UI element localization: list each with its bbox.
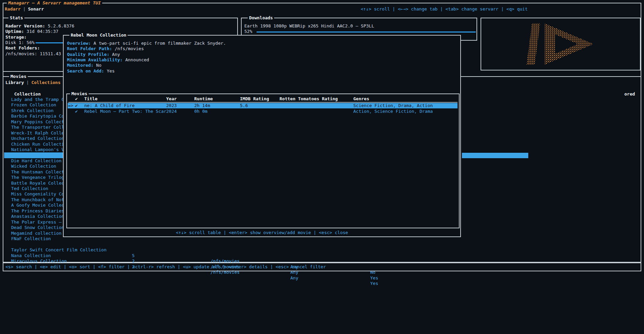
header-check-icon: ✔ bbox=[75, 96, 78, 102]
download-percent-label: 52% bbox=[244, 29, 252, 34]
managarr-screen: Managarr – A Servarr management TUI Rada… bbox=[0, 0, 644, 334]
tab-radarr[interactable]: Radarr bbox=[5, 6, 21, 12]
movies-tab-separator: | bbox=[26, 80, 29, 85]
collection-item[interactable]: The Princess Diaries bbox=[4, 208, 64, 214]
movie-title: Rebel Moon – Part Two: The Scar bbox=[84, 109, 166, 114]
modal-movies-table-title: Movies bbox=[70, 91, 89, 97]
storage-label: Storage: bbox=[5, 35, 27, 40]
collection-row[interactable]: Nana Collection 2 /nfs/movies Any Yes bbox=[3, 248, 19, 253]
collection-item[interactable]: The Polar Express – C bbox=[4, 220, 64, 225]
collection-item[interactable]: The Huntsman Collecti bbox=[4, 169, 64, 175]
collections-list: Lady and the Tramp Co Frozen Collection … bbox=[4, 97, 64, 242]
movies-panel-title: Movies bbox=[9, 74, 28, 79]
collection-item[interactable]: Anastasia Collection bbox=[4, 214, 64, 219]
collection-item[interactable]: Barbie Fairytopia Col bbox=[4, 113, 64, 119]
search-on-add-label: Search on Add: bbox=[67, 68, 104, 74]
collection-item-selected[interactable]: => Rebel Moon Collection bbox=[4, 152, 64, 158]
modal-title: Rebel Moon Collection bbox=[69, 33, 128, 38]
search-on-add-value: Yes bbox=[104, 68, 115, 74]
collection-item[interactable]: The Transporter Colle bbox=[4, 125, 64, 130]
radarr-version-line: Radarr Version: 5.2.6.8376 bbox=[5, 23, 74, 29]
collection-item[interactable]: FNaF Collection bbox=[4, 236, 64, 242]
bottom-help-bar: <s> search | <e> edit | <o> sort | <f> f… bbox=[3, 263, 641, 271]
search-on-add-line: Search on Add: Yes bbox=[67, 68, 115, 74]
movie-runtime: 0h 0m bbox=[194, 109, 207, 114]
root-folder-value: /nfs/movies bbox=[112, 46, 144, 51]
collection-row[interactable]: Taylor Swift Concert Film Collection 5 /… bbox=[3, 242, 19, 247]
header-year: Year bbox=[166, 96, 177, 102]
root-folder-value: /nfs/movies: 11511.43 GB bbox=[5, 51, 69, 57]
header-rt-rating: Rotten Tomatoes Rating bbox=[280, 96, 338, 102]
modal-keybinds: <↑↓> scroll table | <enter> show overvie… bbox=[64, 230, 460, 235]
movie-row[interactable]: ✔ Rebel Moon – Part Two: The Scar 2024 0… bbox=[68, 109, 458, 114]
tab-separator: | bbox=[23, 6, 26, 12]
collection-details-modal: Rebel Moon Collection Overview: A two-pa… bbox=[63, 35, 461, 237]
tab-sonarr[interactable]: Sonarr bbox=[28, 6, 44, 12]
monitored-label: Monitored: bbox=[67, 63, 93, 68]
tab-collections[interactable]: Collections bbox=[31, 80, 61, 85]
collection-item[interactable]: Lady and the Tramp Co bbox=[4, 97, 64, 102]
min-availability-line: Minimum Availability: Announced bbox=[67, 57, 149, 63]
collection-item[interactable]: Wicked Collection bbox=[4, 164, 64, 169]
collection-item[interactable]: Chicken Run Collectio bbox=[4, 142, 64, 147]
collection-item[interactable]: A Goofy Movie Collect bbox=[4, 203, 64, 208]
collection-item[interactable]: The Hunchback of Notr bbox=[4, 197, 64, 203]
collection-item[interactable]: Frozen Collection bbox=[4, 102, 64, 108]
header-divider bbox=[68, 102, 458, 103]
bottom-keybinds: <s> search | <e> edit | <o> sort | <f> f… bbox=[5, 264, 326, 270]
cell-collection: Taylor Swift Concert Film Collection bbox=[11, 247, 107, 253]
quality-profile-line: Quality Profile: Any bbox=[67, 52, 120, 57]
movie-runtime: 2h 14m bbox=[194, 103, 210, 108]
min-availability-value: Announced bbox=[123, 57, 149, 62]
quality-profile-value: Any bbox=[109, 52, 120, 57]
servarr-tabs: Radarr | Sonarr bbox=[5, 6, 44, 12]
uptime-line: Uptime: 31d 04:35:37 bbox=[5, 29, 59, 34]
overview-line: Overview: A two-part sci-fi epic from fi… bbox=[67, 41, 226, 46]
top-keybinds: <↑↓> scroll | <←→> change tab | <tab> ch… bbox=[361, 6, 528, 12]
movie-genres: Action, Science Fiction, Drama bbox=[353, 109, 433, 114]
collection-item[interactable]: National Lampoon's Va bbox=[4, 147, 64, 152]
monitored-line: Monitored: No bbox=[67, 63, 102, 68]
column-header-collection: Collection bbox=[14, 91, 41, 97]
download-item-name: Earth 1998 1080p WEBRip x265 Hindi AAC2.… bbox=[244, 23, 374, 29]
movie-title: ne: A Child of Fire bbox=[84, 103, 135, 108]
header-runtime: Runtime bbox=[194, 96, 213, 102]
collection-item[interactable]: Wreck-It Ralph Collec bbox=[4, 130, 64, 136]
disk-usage-label: Disk 1: 56% bbox=[5, 40, 35, 45]
download-progress-gauge bbox=[257, 32, 476, 33]
overview-value: A two-part sci-fi epic from filmmaker Za… bbox=[91, 41, 226, 46]
movie-genres: Science Fiction, Drama, Action bbox=[353, 103, 433, 108]
collection-item[interactable]: Mary Poppins Collecti bbox=[4, 119, 64, 125]
tab-library[interactable]: Library bbox=[5, 80, 24, 85]
collection-item[interactable]: Miss Congeniality Col bbox=[4, 191, 64, 197]
collection-item[interactable]: Ted Collection bbox=[4, 186, 64, 191]
overview-label: Overview: bbox=[67, 41, 91, 46]
cell-monitored: Yes bbox=[370, 275, 378, 281]
uptime-label: Uptime: bbox=[5, 29, 24, 34]
collection-item[interactable]: The Vengeance Trilogy bbox=[4, 175, 64, 180]
selection-marker: => bbox=[68, 103, 73, 108]
downloads-panel-title: Downloads bbox=[248, 15, 274, 21]
logo-panel bbox=[481, 18, 641, 70]
header-title: Title bbox=[84, 96, 97, 102]
cell-quality-profile: Any bbox=[290, 275, 298, 281]
collection-row[interactable]: Miraculous Collection 2 /nfs/movies Any … bbox=[3, 253, 19, 258]
movie-row-selected[interactable]: => ✔ ne: A Child of Fire 2023 2h 14m 5.6… bbox=[68, 103, 458, 108]
uptime-value: 31d 04:35:37 bbox=[24, 29, 59, 34]
collection-item[interactable]: Shrek Collection bbox=[4, 108, 64, 113]
modal-movies-table: Movies ✔ Title Year Runtime IMDB Rating … bbox=[66, 93, 460, 228]
movie-imdb: 5.6 bbox=[240, 103, 248, 108]
collection-item[interactable]: Dead Snow Collection bbox=[4, 225, 64, 230]
movie-year: 2023 bbox=[166, 103, 177, 108]
collection-item[interactable]: Battle Royale Collect bbox=[4, 181, 64, 186]
cell-movie-count: 5 bbox=[132, 253, 135, 258]
movie-year: 2024 bbox=[166, 109, 177, 114]
collection-item[interactable]: Uncharted Collection bbox=[4, 136, 64, 141]
collection-item[interactable]: Megamind collection bbox=[4, 231, 64, 236]
collection-item[interactable]: Die Hard Collection bbox=[4, 158, 64, 164]
root-folder-label: Root Folder Path: bbox=[67, 46, 112, 51]
min-availability-label: Minimum Availability: bbox=[67, 57, 123, 62]
header-imdb-rating: IMDB Rating bbox=[240, 96, 269, 102]
radarr-version-value: 5.2.6.8376 bbox=[45, 23, 74, 28]
root-folder-line: Root Folder Path: /nfs/movies bbox=[67, 46, 144, 51]
